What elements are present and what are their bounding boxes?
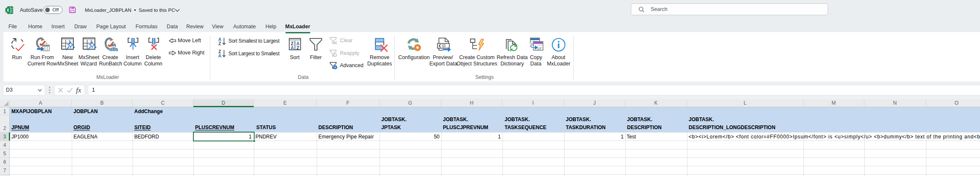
- svg-text:A: A: [218, 53, 222, 58]
- svg-text:Z: Z: [296, 45, 299, 50]
- svg-text:Z: Z: [218, 41, 221, 46]
- svg-text:A: A: [290, 45, 294, 50]
- svg-text:X: X: [6, 8, 9, 13]
